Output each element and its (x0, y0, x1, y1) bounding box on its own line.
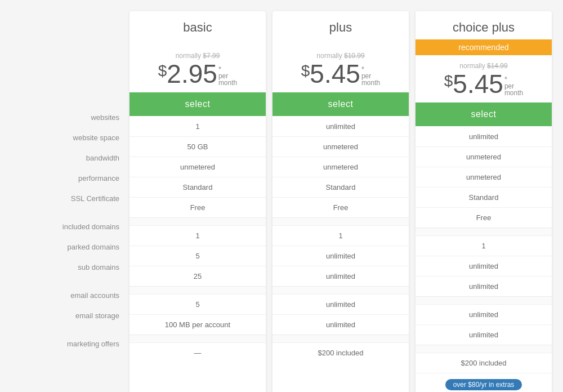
plus-websites: unlimited (272, 116, 409, 136)
plus-marketing: $200 included (272, 342, 409, 363)
plus-parked-domains: unlimited (272, 246, 409, 266)
label-spacer2 (11, 277, 129, 285)
label-websites: websites (11, 107, 129, 127)
choice-included-domains: 1 (415, 235, 552, 256)
basic-parked-domains: 5 (129, 246, 266, 266)
plan-choice-amount: 5.45 (453, 71, 503, 97)
plan-plus-amount: 5.45 (310, 61, 360, 87)
basic-spacer2 (129, 286, 266, 294)
basic-email-storage: 100 MB per account (129, 314, 266, 335)
choice-email-storage: unlimited (415, 324, 552, 345)
choice-header-wrapper: choice plus recommended (415, 11, 552, 55)
plan-choice-price: normally $14.99 $ 5.45 * per month (415, 55, 552, 103)
plan-basic-normally: normally $7.99 (135, 52, 260, 60)
plus-website-space: unmetered (272, 136, 409, 157)
plan-plus-name: plus (278, 20, 403, 35)
basic-included-domains: 1 (129, 225, 266, 246)
label-performance: performance (11, 168, 129, 188)
plan-plus-price: normally $10.99 $ 5.45 * per month (272, 45, 409, 92)
plan-basic-features: 1 50 GB unmetered Standard Free 1 5 25 5… (129, 116, 266, 392)
label-email-storage: email storage (11, 305, 129, 326)
plan-choice-dollar: $ (444, 73, 453, 89)
basic-email-accounts: 5 (129, 294, 266, 314)
choice-parked-domains: unlimited (415, 256, 552, 276)
plan-basic-month: month (218, 79, 237, 86)
choice-bandwidth: unmetered (415, 167, 552, 187)
plan-plus-header: plus (272, 11, 409, 45)
basic-websites: 1 (129, 116, 266, 136)
basic-website-space: 50 GB (129, 136, 266, 157)
label-spacer1 (11, 208, 129, 216)
plus-email-storage: unlimited (272, 314, 409, 335)
label-bandwidth: bandwidth (11, 148, 129, 168)
choice-marketing: $200 included (415, 353, 552, 373)
plus-spacer3 (272, 335, 409, 342)
plan-choice-price-main: $ 5.45 * per month (421, 71, 546, 97)
plus-ssl: Free (272, 197, 409, 217)
plan-basic-header: basic (129, 11, 266, 45)
plan-choice-features: unlimited unmetered unmetered Standard F… (415, 126, 552, 373)
basic-spacer3 (129, 335, 266, 342)
plan-plus-dollar: $ (301, 63, 310, 79)
basic-spacer1 (129, 217, 266, 225)
label-parked-domains: parked domains (11, 237, 129, 257)
plan-plus-price-main: $ 5.45 * per month (278, 61, 403, 87)
plus-bandwidth: unmetered (272, 157, 409, 177)
plan-plus-month: month (361, 79, 380, 86)
choice-sub-domains: unlimited (415, 276, 552, 296)
choice-spacer1 (415, 228, 552, 235)
choice-bottom: over $80/yr in extras 1 SpamExperts 1 Do… (415, 373, 552, 392)
plan-plus-normally: normally $10.99 (278, 52, 403, 60)
plan-basic-dollar: $ (158, 63, 167, 79)
plan-plus-features: unlimited unmetered unmetered Standard F… (272, 116, 409, 392)
label-website-space: website space (11, 127, 129, 148)
choice-websites: unlimited (415, 126, 552, 146)
label-marketing-offers: marketing offers (11, 333, 129, 354)
plus-spacer2 (272, 286, 409, 294)
label-included-domains: included domains (11, 216, 129, 237)
plan-choice-normally: normally $14.99 (421, 62, 546, 70)
basic-ssl: Free (129, 197, 266, 217)
plus-email-accounts: unlimited (272, 294, 409, 314)
plan-choice-month: month (504, 90, 523, 96)
plan-basic-amount: 2.95 (167, 61, 217, 87)
pricing-wrapper: websites website space bandwidth perform… (11, 11, 552, 392)
choice-performance: Standard (415, 187, 552, 207)
choice-spacer3 (415, 345, 552, 353)
basic-bandwidth: unmetered (129, 157, 266, 177)
plan-basic-select-top[interactable]: select (129, 92, 266, 116)
plan-basic-name: basic (135, 20, 260, 35)
plus-performance: Standard (272, 177, 409, 197)
plan-plus-select-top[interactable]: select (272, 92, 409, 116)
plan-basic-price: normally $7.99 $ 2.95 * per month (129, 45, 266, 92)
plan-basic-price-main: $ 2.95 * per month (135, 61, 260, 87)
plus-sub-domains: unlimited (272, 266, 409, 286)
label-spacer3 (11, 326, 129, 333)
choice-email-accounts: unlimited (415, 304, 552, 324)
plus-included-domains: 1 (272, 225, 409, 246)
plan-plus: plus normally $10.99 $ 5.45 * per month … (272, 11, 409, 392)
plan-choice: choice plus recommended normally $14.99 … (415, 11, 552, 392)
basic-performance: Standard (129, 177, 266, 197)
plan-choice-select-top[interactable]: select (415, 103, 552, 126)
basic-sub-domains: 25 (129, 266, 266, 286)
choice-website-space: unmetered (415, 146, 552, 167)
choice-extras-badge: over $80/yr in extras (445, 379, 522, 390)
label-ssl: SSL Certificate (11, 188, 129, 208)
label-sub-domains: sub domains (11, 257, 129, 277)
recommended-badge: recommended (415, 39, 552, 55)
plans-container: basic normally $7.99 $ 2.95 * per month … (129, 11, 552, 392)
plan-choice-name: choice plus (415, 11, 552, 39)
choice-ssl: Free (415, 207, 552, 228)
feature-labels-column: websites website space bandwidth perform… (11, 11, 129, 354)
plus-spacer1 (272, 217, 409, 225)
choice-spacer2 (415, 296, 552, 304)
basic-marketing: — (129, 342, 266, 363)
label-email-accounts: email accounts (11, 285, 129, 305)
plan-basic: basic normally $7.99 $ 2.95 * per month … (129, 11, 266, 392)
